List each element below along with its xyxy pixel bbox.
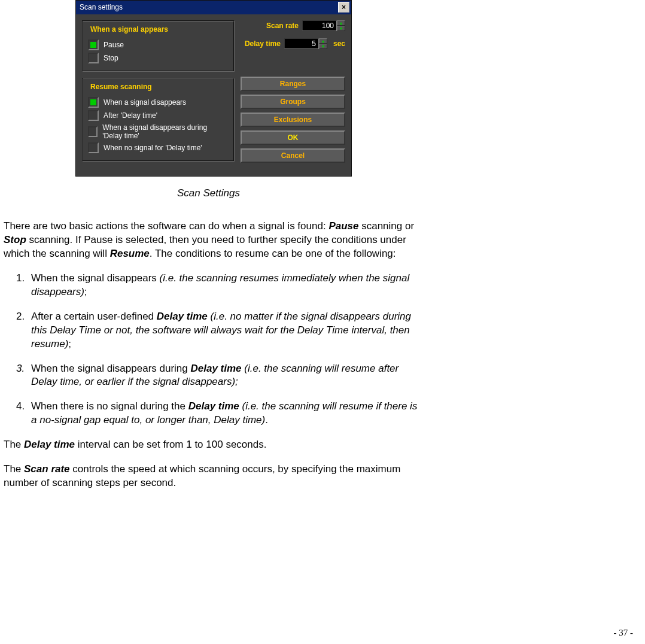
spacer xyxy=(241,56,345,73)
option-disappears-during-delay[interactable]: When a signal disappears during 'Delay t… xyxy=(88,123,229,140)
group-title: Resume scanning xyxy=(88,83,154,91)
checkbox-icon[interactable] xyxy=(88,53,99,63)
scan-rate-field[interactable]: 100 ▲ ▼ xyxy=(302,20,345,31)
intro-paragraph: There are two basic actions the software… xyxy=(4,220,422,261)
cancel-button[interactable]: Cancel xyxy=(241,148,345,163)
option-no-signal-for-delay[interactable]: When no signal for 'Delay time' xyxy=(88,142,229,153)
list-item: After a certain user-defined Delay time … xyxy=(28,310,422,351)
chevron-down-icon[interactable]: ▼ xyxy=(319,44,327,49)
conditions-list: When the signal disappears (i.e. the sca… xyxy=(4,272,422,427)
checkbox-icon[interactable] xyxy=(88,126,98,137)
scan-rate-row: Scan rate 100 ▲ ▼ xyxy=(241,20,345,31)
chevron-up-icon[interactable]: ▲ xyxy=(319,38,327,44)
list-item: When the signal disappears (i.e. the sca… xyxy=(28,272,422,299)
option-label: Stop xyxy=(104,54,118,62)
exclusions-button[interactable]: Exclusions xyxy=(241,113,345,127)
groups-button[interactable]: Groups xyxy=(241,95,345,109)
list-item: When there is no signal during the Delay… xyxy=(28,400,422,427)
checkbox-icon[interactable] xyxy=(88,142,99,153)
option-label: When no signal for 'Delay time' xyxy=(104,144,202,152)
option-label: After 'Delay time' xyxy=(104,111,157,120)
chevron-up-icon[interactable]: ▲ xyxy=(337,20,345,26)
chevron-down-icon[interactable]: ▼ xyxy=(337,26,345,31)
delay-time-note: The Delay time interval can be set from … xyxy=(4,438,422,452)
option-signal-disappears[interactable]: When a signal disappears xyxy=(88,97,229,108)
figure-caption: Scan Settings xyxy=(177,187,633,199)
scan-rate-label: Scan rate xyxy=(266,22,299,30)
left-column: When a signal appears Pause Stop Resume … xyxy=(82,20,235,168)
body-text: There are two basic actions the software… xyxy=(4,220,422,490)
option-stop[interactable]: Stop xyxy=(88,53,229,63)
delay-time-row: Delay time 5 ▲ ▼ sec xyxy=(241,38,345,49)
checkbox-icon[interactable] xyxy=(88,110,99,121)
option-label: When a signal disappears xyxy=(104,98,186,107)
scan-rate-spinner[interactable]: ▲ ▼ xyxy=(337,20,345,31)
delay-time-field[interactable]: 5 ▲ ▼ xyxy=(284,38,327,49)
option-pause[interactable]: Pause xyxy=(88,40,229,50)
ranges-button[interactable]: Ranges xyxy=(241,77,345,91)
option-label: When a signal disappears during 'Delay t… xyxy=(102,123,229,140)
scan-settings-dialog: Scan settings × When a signal appears Pa… xyxy=(75,0,352,177)
checkbox-icon[interactable] xyxy=(88,40,99,50)
dialog-body: When a signal appears Pause Stop Resume … xyxy=(76,14,351,176)
option-after-delay[interactable]: After 'Delay time' xyxy=(88,110,229,121)
group-resume-scanning: Resume scanning When a signal disappears… xyxy=(82,78,235,162)
group-when-signal-appears: When a signal appears Pause Stop xyxy=(82,20,235,72)
checkbox-icon[interactable] xyxy=(88,97,99,108)
ok-button[interactable]: OK xyxy=(241,130,345,145)
right-column: Scan rate 100 ▲ ▼ Delay time 5 xyxy=(241,20,345,168)
delay-time-spinner[interactable]: ▲ ▼ xyxy=(319,38,327,49)
scan-rate-note: The Scan rate controls the speed at whic… xyxy=(4,463,422,490)
titlebar: Scan settings × xyxy=(76,1,351,14)
window-title: Scan settings xyxy=(80,3,123,11)
group-title: When a signal appears xyxy=(88,25,171,34)
list-item: When the signal disappears during Delay … xyxy=(28,362,422,390)
page-number: - 37 - xyxy=(614,628,634,638)
delay-time-input[interactable]: 5 xyxy=(284,38,319,49)
scan-rate-input[interactable]: 100 xyxy=(302,20,337,31)
option-label: Pause xyxy=(104,41,124,49)
delay-time-label: Delay time xyxy=(245,40,281,48)
sec-unit: sec xyxy=(333,40,345,48)
close-icon[interactable]: × xyxy=(338,2,349,13)
